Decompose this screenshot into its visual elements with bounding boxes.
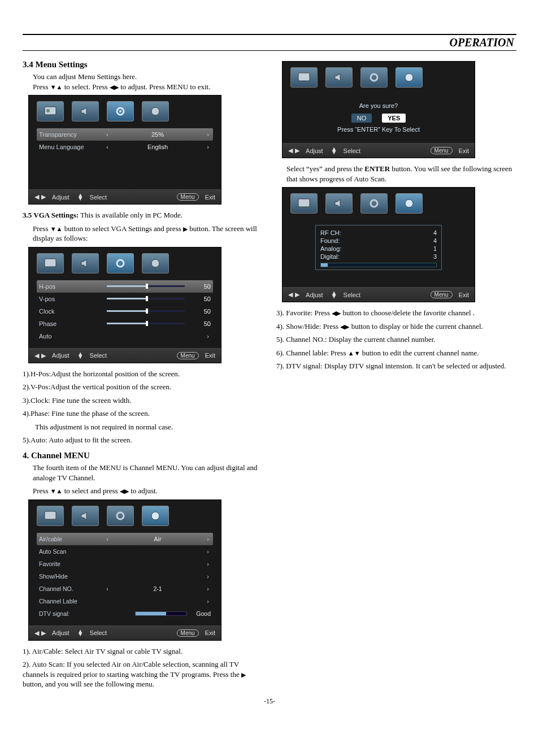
- osd3-rows: Air/cable‹Air› Auto Scan› Favorite› Show…: [29, 531, 221, 625]
- tab-channel-icon: [395, 193, 423, 214]
- down-icon: ▼: [77, 197, 84, 201]
- tab-picture-icon: [37, 101, 64, 121]
- s34-line1: You can adjust Menu Settings here.: [33, 72, 137, 81]
- osd2-hpos-lab: H-pos: [39, 283, 101, 290]
- right-item-6: 6). Channel lable: Press ▲▼ button to ed…: [276, 348, 516, 358]
- up-icon: ▲: [56, 83, 63, 92]
- tab-picture-icon: [290, 193, 318, 214]
- up-icon: ▲: [56, 487, 63, 496]
- osd3-select: ▲▼ Select: [77, 629, 107, 636]
- osd5-footer: ◀▶ Adjust ▲▼ Select Menu Exit: [282, 287, 475, 302]
- osd-confirm-scan: Are you sure? NO YES Press “ENTER” Key T…: [282, 61, 475, 158]
- menu-pill: Menu: [431, 147, 453, 154]
- svg-point-7: [151, 259, 159, 267]
- osd4-yes-button: YES: [382, 114, 406, 123]
- left-column: 3.4 Menu Settings You can adjust Menu Se…: [23, 58, 263, 693]
- right-item-7: 7). DTV signal: Display DTV signal inten…: [276, 361, 516, 371]
- sect-3-5-heading-line: 3.5 VGA Settings: This is available only…: [23, 210, 263, 220]
- sect-4-p1: The fourth item of the MENU is Channel M…: [33, 463, 263, 483]
- osd2-row-vpos: V-pos50: [39, 293, 211, 305]
- right-icon: ▶: [114, 83, 119, 92]
- osd2-phase-val: 50: [190, 320, 211, 327]
- below3-2a: 2). Auto Scan: If you selected Air on Ai…: [23, 660, 241, 679]
- ri4a: 4). Show/Hide: Press: [276, 322, 340, 331]
- osd3-favorite-lab: Favorite: [39, 561, 101, 567]
- below3-2b: button, and you will see the following m…: [23, 680, 154, 688]
- down-icon: ▼: [50, 487, 56, 496]
- svg-point-9: [117, 512, 124, 519]
- osd1-row-language: Menu Language ‹ English ›: [39, 141, 211, 153]
- s34-l2c: to adjust. Press MENU to exit.: [120, 82, 210, 91]
- osd5-progress-bar: [320, 263, 437, 267]
- osd2-adjust: ◀▶ Adjust: [34, 352, 69, 359]
- tab-setup-icon: [360, 193, 388, 214]
- vga-item-2: 2).V-Pos:Adjust the vertical position of…: [23, 382, 263, 392]
- right-icon: ▶: [41, 352, 46, 359]
- osd1-arrow-right2: ›: [205, 144, 211, 150]
- osd2-row-phase: Phase50: [39, 318, 211, 330]
- osd5-rfch-lab: RF CH:: [320, 229, 341, 236]
- vga-item-5: 5).Auto: Auto adjust to fit the screen.: [23, 435, 263, 445]
- osd-scan-progress: RF CH:4 Found:4 Analog:1 Digital:3 ◀▶ Ad…: [282, 187, 475, 302]
- chevron-right-icon: ›: [205, 548, 211, 555]
- menu-pill: Menu: [177, 629, 199, 637]
- osd3-adjust-label: Adjust: [52, 629, 69, 636]
- osd1-arrow-left2: ‹: [105, 144, 110, 150]
- osd2-auto-lab: Auto: [39, 333, 101, 340]
- left-icon: ◀: [120, 487, 124, 496]
- right-icon: ▶: [41, 193, 46, 201]
- osd4-body: Are you sure? NO YES Press “ENTER” Key T…: [282, 92, 475, 143]
- osd5-analog-lab: Analog:: [320, 245, 341, 252]
- menu-pill: Menu: [431, 291, 453, 298]
- left-icon: ◀: [34, 193, 39, 201]
- page: OPERATION 3.4 Menu Settings You can adju…: [0, 0, 539, 728]
- osd3-aircable-lab: Air/cable: [39, 536, 101, 542]
- after-osd4-text: Select “yes” and press the ENTER button.…: [286, 164, 516, 184]
- ri6a: 6). Channel lable: Press: [276, 349, 348, 357]
- osd2-phase-lab: Phase: [39, 320, 101, 327]
- osd1-tabs: [29, 95, 221, 126]
- left-icon: ◀: [288, 147, 293, 154]
- osd1-footer: ◀▶ Adjust ▲▼ Select Menu Exit: [29, 189, 221, 204]
- svg-rect-5: [45, 259, 56, 267]
- osd4-exit-label: Exit: [459, 147, 469, 154]
- tab-setup-icon: [107, 101, 134, 121]
- osd2-vpos-val: 50: [190, 296, 211, 302]
- osd5-progress-fill: [321, 263, 328, 267]
- osd2-row-hpos: H-pos50: [37, 280, 213, 293]
- osd5-body: RF CH:4 Found:4 Analog:1 Digital:3: [282, 218, 475, 287]
- osd-menu-settings: Transparency ‹ 25% › Menu Language ‹ Eng…: [28, 95, 221, 205]
- down-icon: ▼: [331, 151, 337, 154]
- osd2-exit: Menu Exit: [177, 352, 215, 359]
- s34-l2b: to select. Press: [64, 82, 110, 91]
- down-icon: ▼: [50, 83, 56, 92]
- osd2-exit-label: Exit: [205, 352, 215, 359]
- osd5-rfch: RF CH:4: [320, 229, 437, 237]
- svg-rect-8: [45, 511, 56, 519]
- osd4-yesno: NO YES: [293, 114, 464, 123]
- right-item-3: 3). Favorite: Press ◀▶ button to choose/…: [276, 308, 516, 318]
- osd4-footer: ◀▶ Adjust ▲▼ Select Menu Exit: [282, 143, 475, 158]
- osd4-select-label: Select: [344, 147, 361, 154]
- slider: [107, 298, 185, 299]
- chevron-right-icon: ›: [205, 598, 211, 605]
- chevron-left-icon: ‹: [105, 536, 110, 542]
- menu-pill: Menu: [177, 193, 199, 201]
- chevron-right-icon: ›: [205, 333, 211, 340]
- menu-pill: Menu: [177, 352, 199, 359]
- chevron-right-icon: ›: [205, 536, 211, 542]
- tab-setup-icon: [107, 506, 134, 526]
- osd2-vpos-lab: V-pos: [39, 296, 101, 302]
- ri6b: button to edit the current channel name.: [362, 349, 479, 357]
- below3-2: 2). Auto Scan: If you selected Air on Ai…: [23, 659, 263, 689]
- down-icon: ▼: [77, 355, 84, 359]
- tab-sound-icon: [325, 193, 353, 214]
- right-icon: ▶: [241, 671, 246, 679]
- down-icon: ▼: [77, 633, 84, 636]
- osd3-row-dtv: DTV signal:Good: [39, 607, 211, 620]
- page-number: -15-: [23, 697, 516, 706]
- osd5-digital-lab: Digital:: [320, 253, 340, 260]
- slider: [107, 323, 185, 324]
- tab-picture-icon: [290, 67, 318, 88]
- osd5-found: Found:4: [320, 237, 437, 245]
